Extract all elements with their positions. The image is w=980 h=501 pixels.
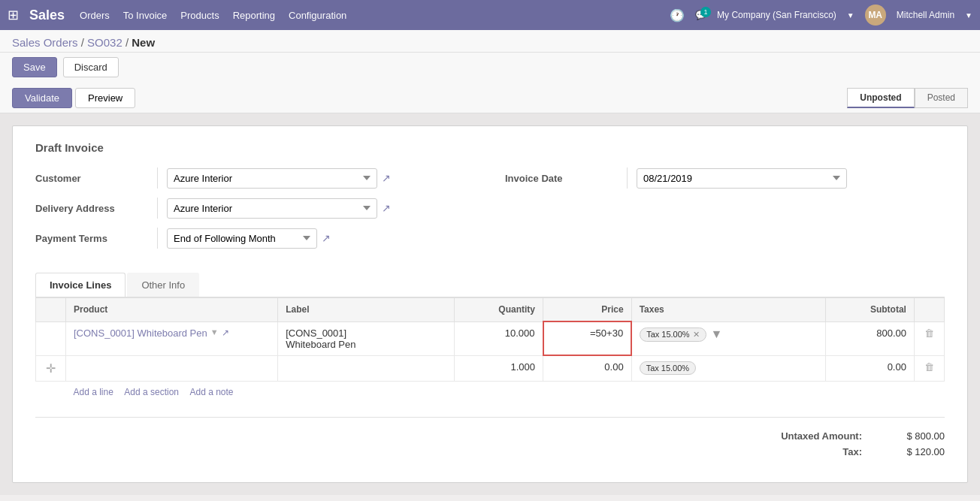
row1-product: [CONS_0001] Whiteboard Pen ▼ ↗ xyxy=(65,321,277,355)
row1-taxes-dropdown-icon[interactable]: ▼ xyxy=(711,327,723,341)
nav-products[interactable]: Products xyxy=(180,7,219,24)
delivery-select[interactable]: Azure Interior xyxy=(167,198,377,219)
row1-tax-remove-icon[interactable]: ✕ xyxy=(693,330,700,340)
form-group-customer: Customer Azure Interior ↗ xyxy=(35,168,475,189)
row2-quantity[interactable]: 1.000 xyxy=(455,355,543,381)
delivery-field: Azure Interior ↗ xyxy=(167,198,391,219)
status-indicators: Unposted Posted xyxy=(847,88,968,108)
add-note-link[interactable]: Add a note xyxy=(189,387,233,397)
row2-drag[interactable]: ✛ xyxy=(36,355,66,381)
totals-section: Untaxed Amount: $ 800.00 Tax: $ 120.00 xyxy=(35,417,945,460)
row2-product[interactable] xyxy=(65,355,277,381)
breadcrumb-so032[interactable]: SO032 xyxy=(87,36,122,49)
col-subtotal: Subtotal xyxy=(826,298,915,322)
chevron-down-icon: ▼ xyxy=(847,11,854,20)
row1-product-name[interactable]: [CONS_0001] Whiteboard Pen xyxy=(74,327,207,339)
customer-label: Customer xyxy=(35,173,148,184)
col-drag xyxy=(36,298,66,322)
row2-label xyxy=(278,355,455,381)
navbar-menu: Orders To Invoice Products Reporting Con… xyxy=(80,7,670,24)
row2-tax-label: Tax 15.00% xyxy=(646,364,689,373)
customer-external-link-icon[interactable]: ↗ xyxy=(382,172,391,184)
row2-taxes: Tax 15.00% xyxy=(631,355,826,381)
breadcrumb-sales-orders[interactable]: Sales Orders xyxy=(12,36,78,49)
invoice-date-label: Invoice Date xyxy=(505,173,618,184)
row1-product-dropdown-icon[interactable]: ▼ xyxy=(210,327,219,337)
row1-delete[interactable]: 🗑 xyxy=(914,321,944,355)
row1-label-line1: [CONS_0001] xyxy=(286,327,446,339)
field-divider2 xyxy=(157,198,158,219)
payment-terms-select[interactable]: End of Following Month xyxy=(167,228,317,249)
col-price: Price xyxy=(543,298,632,322)
avatar[interactable]: MA xyxy=(865,5,886,26)
form-col-left: Customer Azure Interior ↗ Delivery Addre… xyxy=(35,168,475,258)
chat-icon-wrapper[interactable]: 💬 1 xyxy=(695,10,706,20)
row2-subtotal: 0.00 xyxy=(826,355,915,381)
delivery-label: Delivery Address xyxy=(35,203,148,214)
customer-field: Azure Interior ↗ xyxy=(167,168,391,189)
main-content: Draft Invoice Customer Azure Interior ↗ xyxy=(0,113,980,495)
add-row-actions: Add a line Add a section Add a note xyxy=(65,381,944,402)
invoice-date-select[interactable]: 08/21/2019 xyxy=(637,168,847,189)
add-section-link[interactable]: Add a section xyxy=(124,387,179,397)
payment-terms-external-link-icon[interactable]: ↗ xyxy=(322,232,331,244)
app-name: Sales xyxy=(29,8,65,23)
navbar: ⊞ Sales Orders To Invoice Products Repor… xyxy=(0,0,980,30)
form-col-right: Invoice Date 08/21/2019 xyxy=(505,168,945,258)
breadcrumb-sep-1: / xyxy=(81,36,87,49)
breadcrumb-new: New xyxy=(132,36,155,49)
form-row-customer-date: Customer Azure Interior ↗ Delivery Addre… xyxy=(35,168,945,258)
row1-quantity[interactable]: 10.000 xyxy=(455,321,543,355)
invoice-date-field: 08/21/2019 xyxy=(637,168,847,189)
nav-orders[interactable]: Orders xyxy=(80,7,110,24)
table-row: ✛ 1.000 0.00 Tax 15.00% 0.00 🗑 xyxy=(36,355,945,381)
tax-value: $ 120.00 xyxy=(885,446,945,457)
discard-button[interactable]: Discard xyxy=(63,57,119,77)
user-chevron-icon: ▼ xyxy=(965,11,972,20)
form-title: Draft Invoice xyxy=(35,141,945,154)
field-divider3 xyxy=(157,228,158,249)
user-name[interactable]: Mitchell Admin xyxy=(897,10,954,20)
nav-reporting[interactable]: Reporting xyxy=(233,7,275,24)
tabs: Invoice Lines Other Info xyxy=(35,273,945,297)
row1-product-link-icon[interactable]: ↗ xyxy=(222,327,229,338)
nav-configuration[interactable]: Configuration xyxy=(289,7,346,24)
row2-price[interactable]: 0.00 xyxy=(543,355,632,381)
payment-terms-field: End of Following Month ↗ xyxy=(167,228,331,249)
grid-icon[interactable]: ⊞ xyxy=(8,7,19,23)
nav-to-invoice[interactable]: To Invoice xyxy=(123,7,168,24)
add-row: Add a line Add a section Add a note xyxy=(36,381,945,402)
status-unposted[interactable]: Unposted xyxy=(847,88,914,108)
chat-badge: 1 xyxy=(700,7,711,17)
company-name[interactable]: My Company (San Francisco) xyxy=(717,10,836,20)
row1-label-line2: Whiteboard Pen xyxy=(286,339,446,350)
status-bar: Validate Preview Unposted Posted xyxy=(0,83,980,113)
delivery-external-link-icon[interactable]: ↗ xyxy=(382,202,391,214)
row2-delete[interactable]: 🗑 xyxy=(914,355,944,381)
row1-drag xyxy=(36,321,66,355)
tab-other-info[interactable]: Other Info xyxy=(127,273,199,297)
col-quantity: Quantity xyxy=(455,298,543,322)
untaxed-amount-label: Untaxed Amount: xyxy=(781,430,862,442)
row1-subtotal: 800.00 xyxy=(826,321,915,355)
validate-button[interactable]: Validate xyxy=(12,88,72,108)
breadcrumb: Sales Orders / SO032 / New xyxy=(0,30,980,53)
clock-icon[interactable]: 🕐 xyxy=(670,8,685,23)
table-row: [CONS_0001] Whiteboard Pen ▼ ↗ [CONS_000… xyxy=(36,321,945,355)
row1-price[interactable]: =50+30 xyxy=(543,321,632,355)
preview-button[interactable]: Preview xyxy=(75,88,135,108)
field-divider4 xyxy=(627,168,628,189)
invoice-table: Product Label Quantity Price Taxes Subto… xyxy=(35,297,945,402)
tab-invoice-lines[interactable]: Invoice Lines xyxy=(35,273,126,297)
save-button[interactable]: Save xyxy=(12,57,57,77)
action-bar: Save Discard xyxy=(0,53,980,83)
customer-select[interactable]: Azure Interior xyxy=(167,168,377,189)
row2-tax-badge: Tax 15.00% xyxy=(640,361,696,375)
field-divider xyxy=(157,168,158,189)
untaxed-amount-value: $ 800.00 xyxy=(885,430,945,442)
col-label: Label xyxy=(278,298,455,322)
status-posted[interactable]: Posted xyxy=(915,88,968,108)
col-delete xyxy=(914,298,944,322)
form-group-payment: Payment Terms End of Following Month ↗ xyxy=(35,228,475,249)
add-line-link[interactable]: Add a line xyxy=(73,387,113,397)
